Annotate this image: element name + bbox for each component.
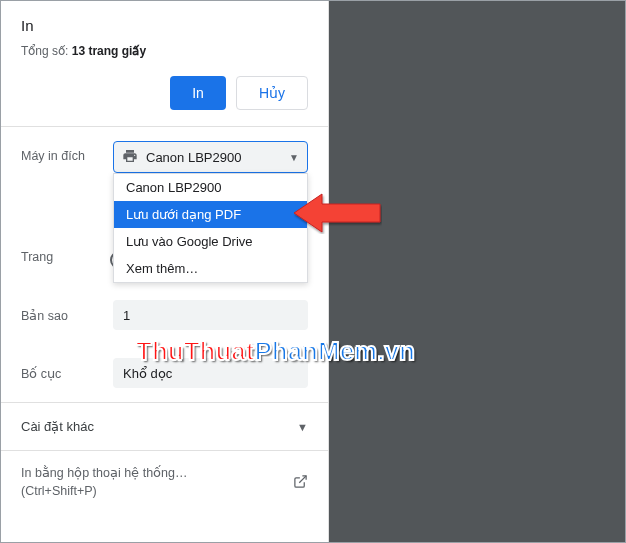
- external-link-icon: [293, 474, 308, 492]
- total-label: Tổng số:: [21, 44, 68, 58]
- destination-label: Máy in đích: [21, 141, 113, 163]
- system-dialog-text: In bằng hộp thoại hệ thống… (Ctrl+Shift+…: [21, 465, 187, 500]
- system-dialog-row[interactable]: In bằng hộp thoại hệ thống… (Ctrl+Shift+…: [1, 451, 328, 514]
- watermark-part2: PhanMem.vn: [254, 336, 414, 366]
- destination-dropdown: Canon LBP2900 Lưu dưới dạng PDF Lưu vào …: [113, 173, 308, 283]
- copies-label: Bản sao: [21, 300, 113, 323]
- total-value: 13 trang giấy: [72, 44, 146, 58]
- dropdown-caret-icon: ▼: [289, 152, 299, 163]
- print-button[interactable]: In: [170, 76, 226, 110]
- dialog-title: In: [21, 17, 308, 34]
- copies-input[interactable]: [113, 300, 308, 330]
- system-dialog-label: In bằng hộp thoại hệ thống…: [21, 466, 187, 480]
- dropdown-option-google-drive[interactable]: Lưu vào Google Drive: [114, 228, 307, 255]
- panel-header: In Tổng số: 13 trang giấy: [1, 1, 328, 70]
- destination-row: Máy in đích Canon LBP2900 ▼ Canon LBP290…: [1, 127, 328, 187]
- preview-area: [329, 1, 625, 542]
- dropdown-option-see-more[interactable]: Xem thêm…: [114, 255, 307, 282]
- more-settings-toggle[interactable]: Cài đặt khác ▼: [1, 403, 328, 450]
- system-dialog-shortcut: (Ctrl+Shift+P): [21, 484, 97, 498]
- watermark-part1: ThuThuat: [136, 336, 254, 366]
- print-panel: In Tổng số: 13 trang giấy In Hủy Máy in …: [1, 1, 329, 542]
- chevron-down-icon: ▼: [297, 421, 308, 433]
- destination-select[interactable]: Canon LBP2900 ▼: [113, 141, 308, 173]
- action-buttons: In Hủy: [1, 70, 328, 126]
- svg-line-0: [299, 475, 306, 482]
- printer-icon: [122, 148, 138, 167]
- total-pages: Tổng số: 13 trang giấy: [21, 44, 308, 58]
- destination-selected: Canon LBP2900: [146, 150, 241, 165]
- window: In Tổng số: 13 trang giấy In Hủy Máy in …: [0, 0, 626, 543]
- more-settings-label: Cài đặt khác: [21, 419, 94, 434]
- layout-value: Khổ dọc: [123, 366, 172, 381]
- watermark: ThuThuatPhanMem.vn: [136, 336, 415, 367]
- layout-label: Bố cục: [21, 358, 113, 381]
- dropdown-option-canon[interactable]: Canon LBP2900: [114, 174, 307, 201]
- annotation-arrow: [292, 192, 382, 237]
- pages-label: Trang: [21, 242, 110, 264]
- cancel-button[interactable]: Hủy: [236, 76, 308, 110]
- dropdown-option-save-pdf[interactable]: Lưu dưới dạng PDF: [114, 201, 307, 228]
